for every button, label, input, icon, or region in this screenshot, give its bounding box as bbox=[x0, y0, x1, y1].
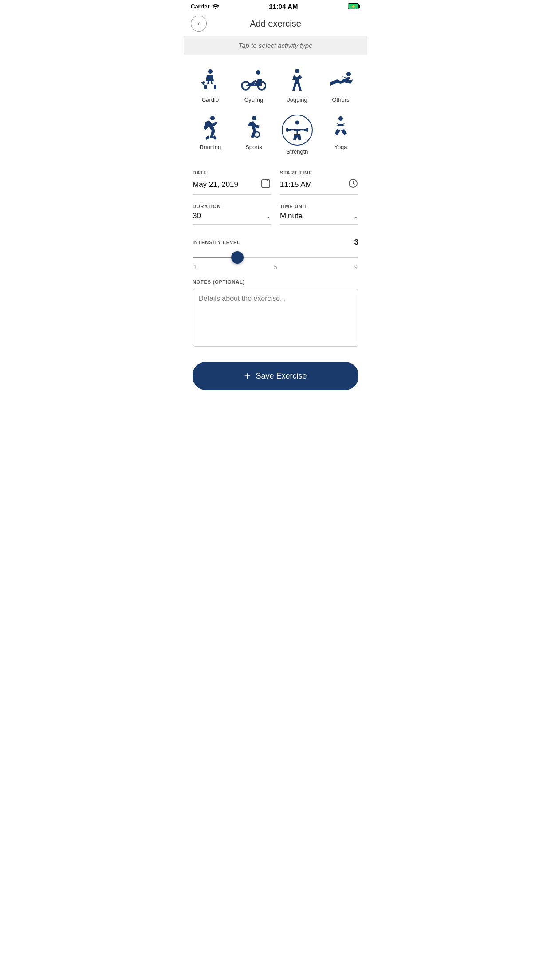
svg-point-14 bbox=[252, 116, 256, 120]
wifi-icon bbox=[212, 4, 219, 9]
intensity-slider[interactable] bbox=[193, 257, 358, 258]
save-btn-label: Save Exercise bbox=[256, 371, 307, 381]
page-title: Add exercise bbox=[207, 19, 344, 29]
status-time: 11:04 AM bbox=[269, 3, 298, 10]
svg-rect-22 bbox=[306, 128, 308, 132]
others-icon bbox=[327, 67, 354, 94]
start-time-label: START TIME bbox=[280, 170, 358, 175]
running-icon bbox=[197, 115, 224, 141]
date-value: May 21, 2019 bbox=[193, 180, 238, 189]
intensity-value: 3 bbox=[354, 238, 358, 247]
intensity-header: INTENSITY LEVEL 3 bbox=[193, 238, 358, 247]
activity-banner: Tap to select activity type bbox=[184, 36, 367, 55]
svg-point-13 bbox=[210, 116, 215, 120]
svg-rect-26 bbox=[262, 180, 270, 187]
svg-point-16 bbox=[295, 121, 299, 125]
battery-icon: ⚡ bbox=[348, 3, 360, 9]
svg-point-12 bbox=[346, 72, 351, 76]
date-value-row[interactable]: May 21, 2019 bbox=[193, 178, 271, 195]
slider-min-mark: 1 bbox=[193, 264, 197, 270]
activity-cardio[interactable]: Cardio bbox=[191, 63, 230, 107]
cardio-icon bbox=[197, 67, 224, 94]
duration-label: DURATION bbox=[193, 204, 271, 209]
notes-section: NOTES (OPTIONAL) bbox=[184, 275, 367, 353]
yoga-label: Yoga bbox=[334, 144, 347, 150]
form-section: DATE May 21, 2019 START TIME 11:15 AM bbox=[184, 163, 367, 225]
date-time-row: DATE May 21, 2019 START TIME 11:15 AM bbox=[193, 170, 358, 195]
activity-others[interactable]: Others bbox=[321, 63, 360, 107]
header: ‹ Add exercise bbox=[184, 12, 367, 36]
time-unit-chevron-icon: ⌄ bbox=[353, 213, 358, 220]
status-carrier: Carrier bbox=[191, 3, 219, 10]
jogging-label: Jogging bbox=[287, 96, 307, 103]
save-btn-container: + Save Exercise bbox=[184, 353, 367, 403]
back-button[interactable]: ‹ bbox=[191, 16, 207, 32]
cycling-label: Cycling bbox=[244, 96, 264, 103]
svg-point-10 bbox=[256, 70, 260, 75]
intensity-section: INTENSITY LEVEL 3 1 5 9 bbox=[184, 233, 367, 275]
activity-yoga[interactable]: Yoga bbox=[321, 111, 360, 158]
duration-value: 30 bbox=[193, 212, 201, 221]
activity-grid: Cardio Cycling Jogging bbox=[184, 55, 367, 163]
notes-textarea[interactable] bbox=[193, 289, 358, 347]
cycling-icon bbox=[240, 67, 267, 94]
notes-label: NOTES (OPTIONAL) bbox=[193, 279, 358, 285]
strength-label: Strength bbox=[286, 148, 308, 155]
svg-rect-7 bbox=[201, 82, 205, 83]
time-unit-field[interactable]: TIME UNIT Minute ⌄ bbox=[280, 204, 358, 225]
svg-rect-20 bbox=[286, 128, 288, 132]
svg-rect-2 bbox=[359, 5, 360, 8]
svg-rect-6 bbox=[214, 85, 216, 89]
time-unit-label: TIME UNIT bbox=[280, 204, 358, 209]
svg-point-11 bbox=[295, 69, 299, 73]
clock-icon bbox=[348, 178, 358, 191]
svg-rect-5 bbox=[204, 85, 207, 89]
activity-cycling[interactable]: Cycling bbox=[234, 63, 273, 107]
start-time-field[interactable]: START TIME 11:15 AM bbox=[280, 170, 358, 195]
svg-point-0 bbox=[215, 8, 216, 9]
duration-unit-row: DURATION 30 ⌄ TIME UNIT Minute ⌄ bbox=[193, 204, 358, 225]
activity-running[interactable]: Running bbox=[191, 111, 230, 158]
intensity-label: INTENSITY LEVEL bbox=[193, 240, 240, 245]
duration-value-row[interactable]: 30 ⌄ bbox=[193, 212, 271, 225]
slider-mid-mark: 5 bbox=[274, 264, 277, 270]
slider-marks: 1 5 9 bbox=[193, 264, 358, 270]
svg-text:⚡: ⚡ bbox=[351, 4, 356, 8]
start-time-value-row[interactable]: 11:15 AM bbox=[280, 178, 358, 195]
sports-icon bbox=[240, 115, 267, 141]
cardio-label: Cardio bbox=[202, 96, 219, 103]
others-label: Others bbox=[332, 96, 349, 103]
save-exercise-button[interactable]: + Save Exercise bbox=[193, 362, 358, 390]
activity-sports[interactable]: Sports bbox=[234, 111, 273, 158]
running-label: Running bbox=[200, 144, 221, 150]
jogging-icon bbox=[284, 67, 311, 94]
activity-strength[interactable]: Strength bbox=[278, 111, 317, 158]
duration-field[interactable]: DURATION 30 ⌄ bbox=[193, 204, 271, 225]
duration-chevron-icon: ⌄ bbox=[266, 213, 271, 220]
svg-point-15 bbox=[254, 132, 260, 137]
status-battery: ⚡ bbox=[348, 3, 360, 10]
save-plus-icon: + bbox=[244, 370, 250, 382]
strength-icon bbox=[282, 115, 313, 146]
slider-max-mark: 9 bbox=[354, 264, 358, 270]
status-bar: Carrier 11:04 AM ⚡ bbox=[184, 0, 367, 12]
sports-label: Sports bbox=[245, 144, 262, 150]
time-unit-value: Minute bbox=[280, 212, 303, 221]
svg-point-4 bbox=[208, 69, 213, 74]
date-label: DATE bbox=[193, 170, 271, 175]
calendar-icon bbox=[260, 178, 271, 191]
start-time-value: 11:15 AM bbox=[280, 180, 312, 189]
svg-point-24 bbox=[338, 116, 343, 121]
activity-jogging[interactable]: Jogging bbox=[278, 63, 317, 107]
time-unit-value-row[interactable]: Minute ⌄ bbox=[280, 212, 358, 225]
date-field[interactable]: DATE May 21, 2019 bbox=[193, 170, 271, 195]
yoga-icon bbox=[327, 115, 354, 141]
